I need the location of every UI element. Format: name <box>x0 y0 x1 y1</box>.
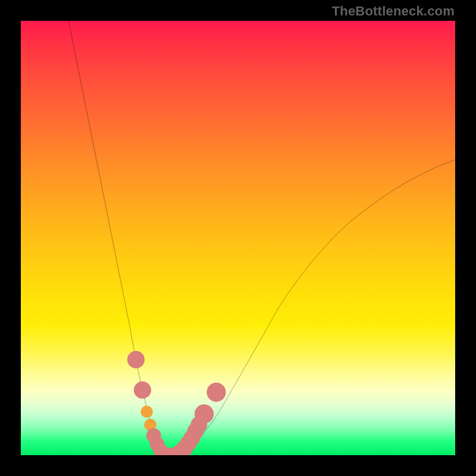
curve-layer <box>21 21 455 455</box>
curve-marker <box>195 405 214 424</box>
curve-marker <box>140 406 152 418</box>
bottleneck-curve <box>68 21 455 455</box>
curve-marker <box>206 383 226 402</box>
curve-marker <box>134 381 151 399</box>
curve-markers <box>127 351 226 455</box>
curve-marker <box>127 351 145 368</box>
plot-area <box>21 21 455 455</box>
brand-watermark: TheBottleneck.com <box>332 4 455 19</box>
chart-frame: TheBottleneck.com <box>0 0 476 476</box>
